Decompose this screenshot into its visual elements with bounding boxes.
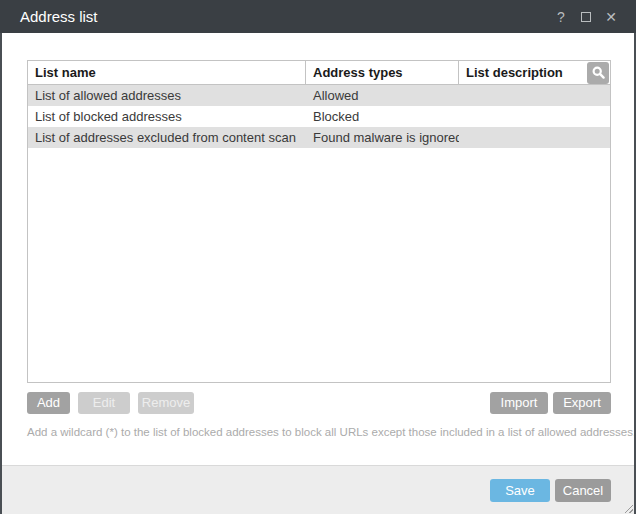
titlebar[interactable]: Address list ? ✕: [0, 0, 636, 33]
column-header-list-description-label: List description: [466, 65, 563, 80]
edit-button[interactable]: Edit: [78, 392, 130, 414]
table-toolbar: Add Edit Remove Import Export: [27, 392, 611, 414]
table-empty-area: [28, 148, 610, 382]
row-address-type: Blocked: [306, 109, 459, 124]
column-header-address-types[interactable]: Address types: [306, 61, 459, 84]
add-button[interactable]: Add: [27, 392, 70, 414]
toolbar-spacer: [194, 392, 490, 414]
cancel-button[interactable]: Cancel: [555, 479, 611, 502]
row-address-type: Found malware is ignored: [306, 130, 459, 145]
maximize-icon[interactable]: [579, 10, 593, 24]
table-header-row: List name Address types List description: [28, 61, 610, 85]
dialog-content: List name Address types List description…: [2, 33, 634, 465]
close-icon[interactable]: ✕: [604, 10, 618, 24]
address-list-dialog: Address list ? ✕ List name Address types…: [0, 0, 636, 514]
table-row[interactable]: List of addresses excluded from content …: [28, 127, 610, 148]
import-button[interactable]: Import: [490, 392, 548, 414]
search-button[interactable]: [587, 62, 609, 84]
maximize-box-glyph: [581, 12, 591, 22]
wildcard-hint-text: Add a wildcard (*) to the list of blocke…: [27, 425, 611, 439]
table-row[interactable]: List of blocked addresses Blocked: [28, 106, 610, 127]
row-list-name: List of allowed addresses: [28, 88, 306, 103]
export-button[interactable]: Export: [553, 392, 611, 414]
save-button[interactable]: Save: [490, 479, 550, 502]
column-header-list-name[interactable]: List name: [28, 61, 306, 84]
help-icon[interactable]: ?: [554, 10, 568, 24]
row-address-type: Allowed: [306, 88, 459, 103]
table-row[interactable]: List of allowed addresses Allowed: [28, 85, 610, 106]
column-header-list-description[interactable]: List description: [459, 61, 610, 84]
search-icon: [591, 65, 606, 80]
remove-button[interactable]: Remove: [138, 392, 194, 414]
dialog-footer: Save Cancel: [2, 465, 634, 514]
window-controls: ? ✕: [554, 10, 618, 24]
row-list-name: List of blocked addresses: [28, 109, 306, 124]
address-list-table: List name Address types List description…: [27, 60, 611, 383]
row-list-name: List of addresses excluded from content …: [28, 130, 306, 145]
dialog-title: Address list: [20, 8, 98, 25]
